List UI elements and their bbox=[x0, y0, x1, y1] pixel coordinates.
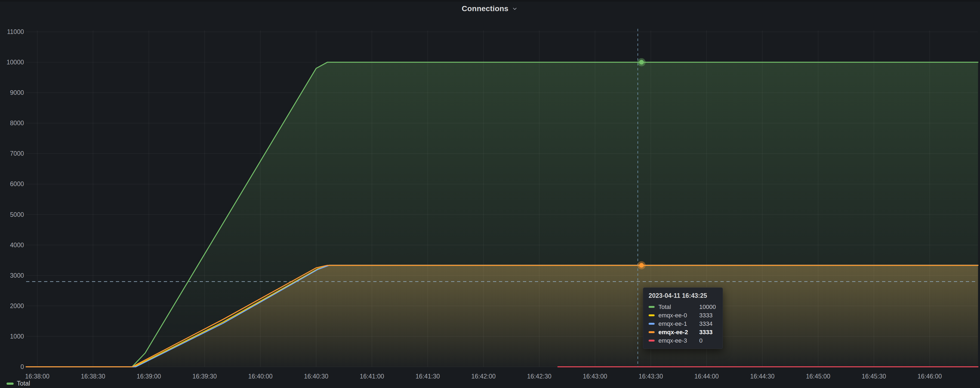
tooltip-row: emqx-ee-0 3333 bbox=[649, 311, 717, 320]
x-tick-label: 16:41:00 bbox=[360, 373, 384, 380]
hover-marker-emqx-ee-2 bbox=[639, 263, 644, 268]
legend-item-total[interactable]: Total bbox=[17, 380, 30, 387]
y-tick-label: 6000 bbox=[10, 181, 24, 187]
y-tick-label: 0 bbox=[21, 363, 24, 371]
x-tick-label: 16:44:30 bbox=[750, 373, 775, 380]
tooltip-series-value: 3334 bbox=[699, 320, 717, 328]
x-tick-label: 16:40:00 bbox=[248, 373, 273, 380]
series-swatch-total bbox=[649, 306, 655, 308]
chevron-down-icon bbox=[511, 5, 518, 12]
y-tick-label: 8000 bbox=[10, 120, 24, 127]
tooltip-series-value: 10000 bbox=[699, 304, 717, 310]
legend-swatch-total bbox=[6, 383, 14, 385]
tooltip-row: emqx-ee-2 3333 bbox=[649, 328, 717, 336]
y-tick-label: 4000 bbox=[10, 242, 24, 249]
x-tick-label: 16:45:30 bbox=[862, 373, 886, 380]
tooltip-row: Total 10000 bbox=[649, 302, 717, 311]
x-tick-label: 16:46:00 bbox=[918, 373, 942, 380]
tooltip-series-value: 0 bbox=[699, 337, 717, 344]
x-tick-label: 16:40:30 bbox=[304, 373, 328, 380]
x-tick-label: 16:39:00 bbox=[137, 373, 161, 380]
timeseries-chart-canvas[interactable]: 0100020003000400050006000700080009000100… bbox=[0, 0, 980, 388]
tooltip-series-label: emqx-ee-1 bbox=[659, 320, 699, 328]
y-tick-label: 7000 bbox=[10, 150, 24, 157]
y-tick-label: 10000 bbox=[6, 59, 24, 66]
x-tick-label: 16:38:00 bbox=[25, 373, 49, 380]
tooltip-series-value: 3333 bbox=[699, 329, 717, 336]
y-tick-label: 3000 bbox=[10, 272, 24, 279]
x-tick-label: 16:45:00 bbox=[806, 373, 830, 380]
tooltip-series-label: emqx-ee-3 bbox=[659, 337, 699, 344]
series-swatch-emqx-ee-2 bbox=[649, 331, 655, 333]
y-tick-label: 9000 bbox=[10, 89, 24, 96]
y-tick-label: 2000 bbox=[10, 302, 24, 309]
y-tick-label: 11000 bbox=[7, 28, 24, 35]
x-tick-label: 16:44:00 bbox=[694, 373, 719, 380]
x-tick-label: 16:38:30 bbox=[81, 373, 105, 380]
legend: Total bbox=[6, 380, 30, 387]
tooltip-row: emqx-ee-3 0 bbox=[649, 336, 717, 345]
x-tick-label: 16:42:30 bbox=[527, 373, 552, 380]
x-tick-label: 16:43:30 bbox=[638, 373, 663, 380]
series-swatch-emqx-ee-0 bbox=[649, 314, 655, 316]
x-tick-label: 16:43:00 bbox=[583, 373, 607, 380]
tooltip-series-label: emqx-ee-2 bbox=[659, 329, 699, 336]
x-tick-label: 16:41:30 bbox=[415, 373, 440, 380]
x-tick-label: 16:39:30 bbox=[192, 373, 217, 380]
y-tick-label: 5000 bbox=[10, 211, 24, 218]
series-swatch-emqx-ee-3 bbox=[649, 340, 655, 342]
tooltip-timestamp: 2023-04-11 16:43:25 bbox=[649, 292, 717, 299]
panel-title: Connections bbox=[462, 4, 509, 13]
tooltip-series-label: emqx-ee-0 bbox=[659, 312, 699, 319]
hover-marker-total bbox=[639, 60, 644, 65]
panel-header[interactable]: Connections bbox=[0, 3, 980, 15]
tooltip: 2023-04-11 16:43:25 Total 10000 emqx-ee-… bbox=[643, 287, 723, 349]
tooltip-series-label: Total bbox=[659, 304, 699, 310]
y-tick-label: 1000 bbox=[10, 333, 24, 340]
x-tick-label: 16:42:00 bbox=[471, 373, 496, 380]
series-swatch-emqx-ee-1 bbox=[649, 323, 655, 325]
tooltip-row: emqx-ee-1 3334 bbox=[649, 320, 717, 328]
tooltip-series-value: 3333 bbox=[699, 312, 717, 319]
